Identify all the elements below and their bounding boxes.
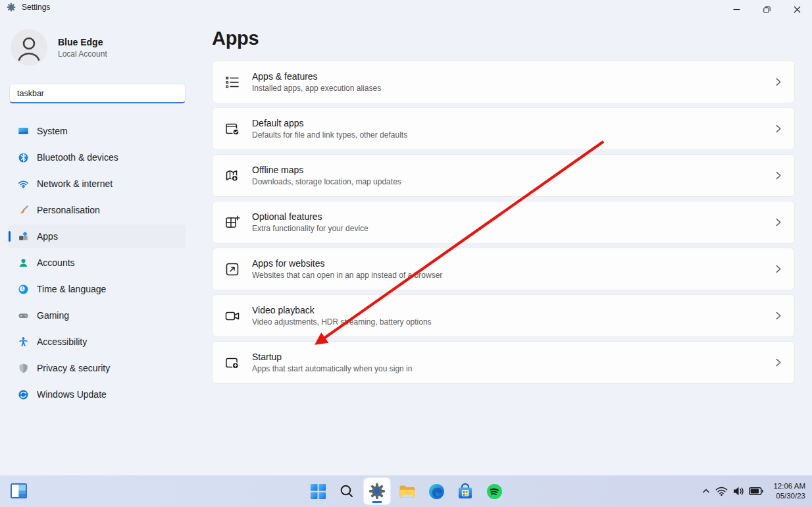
taskbar-clock[interactable]: 12:06 AM 05/30/23 bbox=[773, 481, 805, 501]
card-title: Default apps bbox=[252, 118, 774, 128]
sidebar-item-label: Bluetooth & devices bbox=[37, 152, 118, 163]
card-startup[interactable]: Startup Apps that start automatically wh… bbox=[212, 341, 795, 384]
sidebar-item-accessibility[interactable]: Accessibility bbox=[8, 330, 186, 354]
sidebar-item-windows-update[interactable]: Windows Update bbox=[8, 383, 186, 406]
file-explorer-button[interactable] bbox=[395, 479, 419, 503]
page-title: Apps bbox=[212, 28, 259, 49]
edge-icon bbox=[428, 483, 445, 500]
chevron-right-icon bbox=[774, 171, 782, 180]
card-optional-features[interactable]: Optional features Extra functionality fo… bbox=[212, 201, 795, 244]
sidebar-item-label: Accessibility bbox=[37, 336, 87, 347]
edge-browser-button[interactable] bbox=[424, 479, 448, 503]
taskbar: 12:06 AM 05/30/23 bbox=[0, 475, 812, 507]
start-button[interactable] bbox=[306, 479, 330, 503]
sidebar-item-bluetooth-devices[interactable]: Bluetooth & devices bbox=[8, 146, 186, 169]
windows-start-icon bbox=[310, 483, 326, 500]
volume-icon[interactable] bbox=[732, 486, 744, 496]
accessibility-person-icon bbox=[18, 336, 29, 348]
settings-gear-icon bbox=[368, 483, 386, 500]
sidebar-item-personalisation[interactable]: Personalisation bbox=[8, 198, 186, 222]
default-apps-icon bbox=[224, 121, 240, 137]
card-title: Optional features bbox=[252, 211, 774, 222]
offline-maps-icon bbox=[224, 168, 240, 184]
card-subtitle: Video adjustments, HDR streaming, batter… bbox=[252, 317, 774, 327]
sidebar-item-network-internet[interactable]: Network & internet bbox=[8, 172, 186, 196]
clock-time: 12:06 AM bbox=[773, 481, 805, 491]
chevron-right-icon bbox=[774, 265, 782, 273]
chevron-up-icon[interactable] bbox=[701, 487, 711, 496]
sidebar-item-label: Time & language bbox=[37, 284, 106, 294]
sidebar-item-gaming[interactable]: Gaming bbox=[8, 304, 186, 327]
sidebar-item-accounts[interactable]: Accounts bbox=[8, 251, 186, 275]
card-subtitle: Installed apps, app execution aliases bbox=[252, 84, 774, 93]
card-subtitle: Defaults for file and link types, other … bbox=[252, 130, 774, 140]
card-video-playback[interactable]: Video playback Video adjustments, HDR st… bbox=[212, 294, 795, 337]
avatar bbox=[11, 29, 47, 66]
card-offline-maps[interactable]: Offline maps Downloads, storage location… bbox=[212, 154, 795, 197]
chevron-right-icon bbox=[774, 124, 782, 133]
sidebar-item-label: Privacy & security bbox=[37, 363, 110, 373]
time-language-icon bbox=[18, 284, 29, 295]
card-default-apps[interactable]: Default apps Defaults for file and link … bbox=[212, 107, 795, 150]
account-type: Local Account bbox=[58, 49, 107, 59]
sidebar-item-time-language[interactable]: Time & language bbox=[8, 277, 186, 301]
card-subtitle: Websites that can open in an app instead… bbox=[252, 271, 774, 280]
card-apps-features[interactable]: Apps & features Installed apps, app exec… bbox=[212, 61, 795, 103]
microsoft-store-icon bbox=[457, 483, 473, 500]
card-subtitle: Downloads, storage location, map updates bbox=[252, 177, 774, 186]
apps-icon bbox=[18, 231, 29, 242]
clock-date: 05/30/23 bbox=[773, 491, 805, 501]
battery-icon[interactable] bbox=[749, 487, 763, 496]
search-input[interactable] bbox=[9, 84, 186, 103]
apps-features-icon bbox=[224, 74, 240, 90]
folder-icon bbox=[399, 484, 416, 499]
sidebar-item-apps[interactable]: Apps bbox=[8, 225, 186, 248]
search-icon bbox=[339, 483, 355, 499]
chevron-right-icon bbox=[774, 311, 782, 320]
system-icon bbox=[18, 126, 29, 137]
sidebar-item-privacy-security[interactable]: Privacy & security bbox=[8, 356, 186, 380]
window-title: Settings bbox=[22, 3, 50, 12]
spotify-button[interactable] bbox=[482, 479, 506, 503]
startup-icon bbox=[224, 355, 240, 371]
sidebar-nav: System Bluetooth & devices bbox=[8, 119, 186, 409]
sidebar: Blue Edge Local Account System bbox=[0, 20, 197, 475]
account-block: Blue Edge Local Account bbox=[11, 29, 107, 66]
sidebar-item-system[interactable]: System bbox=[8, 119, 186, 143]
sidebar-item-label: Accounts bbox=[37, 257, 75, 268]
card-title: Apps for websites bbox=[252, 258, 774, 269]
settings-app-button[interactable] bbox=[364, 478, 390, 504]
minimize-icon bbox=[733, 6, 740, 13]
network-icon bbox=[18, 178, 29, 190]
chevron-right-icon bbox=[774, 218, 782, 227]
bluetooth-icon bbox=[18, 152, 29, 163]
card-subtitle: Extra functionality for your device bbox=[252, 224, 774, 233]
sidebar-item-label: Personalisation bbox=[37, 205, 100, 215]
chevron-right-icon bbox=[774, 78, 782, 86]
titlebar: Settings bbox=[0, 0, 812, 20]
card-title: Video playback bbox=[252, 305, 774, 315]
privacy-shield-icon bbox=[18, 363, 29, 374]
card-subtitle: Apps that start automatically when you s… bbox=[252, 364, 774, 373]
spotify-icon bbox=[486, 483, 503, 500]
card-apps-for-websites[interactable]: Apps for websites Websites that can open… bbox=[212, 248, 795, 290]
video-playback-icon bbox=[224, 308, 240, 324]
microsoft-store-button[interactable] bbox=[453, 479, 477, 503]
wifi-icon[interactable] bbox=[715, 486, 728, 496]
minimize-button[interactable] bbox=[721, 0, 751, 19]
restore-button[interactable] bbox=[751, 0, 782, 19]
sidebar-item-label: Windows Update bbox=[37, 389, 107, 400]
card-title: Apps & features bbox=[252, 71, 774, 82]
windows-update-icon bbox=[18, 389, 29, 400]
card-title: Startup bbox=[252, 352, 774, 362]
sidebar-item-label: Apps bbox=[37, 231, 58, 242]
sidebar-item-label: Gaming bbox=[37, 310, 69, 321]
accounts-icon bbox=[18, 257, 29, 269]
close-button[interactable] bbox=[782, 0, 812, 19]
card-title: Offline maps bbox=[252, 165, 774, 175]
account-name: Blue Edge bbox=[58, 37, 107, 47]
widgets-panel-icon[interactable] bbox=[11, 483, 27, 498]
sidebar-item-label: System bbox=[37, 126, 68, 136]
search-button[interactable] bbox=[335, 479, 359, 503]
optional-features-icon bbox=[224, 215, 240, 230]
